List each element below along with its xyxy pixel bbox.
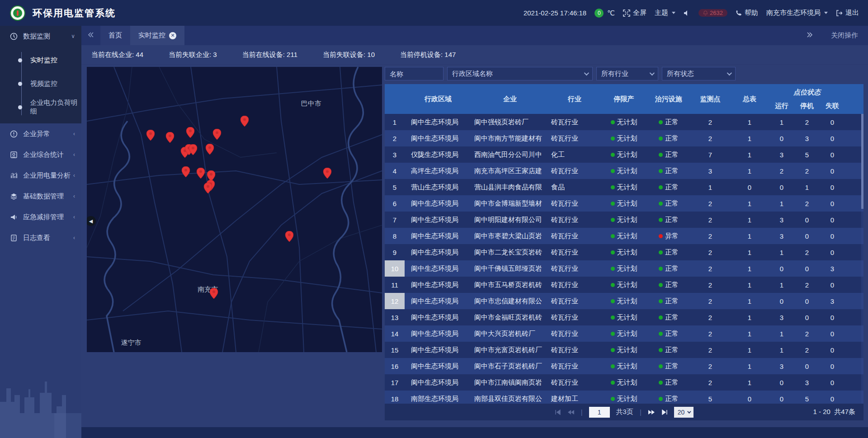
- stat-当前失联设备: 当前失联设备: 10: [323, 51, 375, 59]
- map-marker-pin[interactable]: [285, 231, 293, 244]
- close-operations-menu[interactable]: 关闭操作: [831, 31, 858, 40]
- table-row[interactable]: 18南部生态环境局南部县双佳页岩有限公建材加工无计划正常50050: [385, 391, 863, 404]
- sidebar-item-label: 企业综合统计: [23, 151, 73, 159]
- table-row[interactable]: 7阆中生态环境局阆中明阳建材有限公司砖瓦行业无计划正常21300: [385, 212, 863, 228]
- industry-filter-select[interactable]: 所有行业: [596, 67, 658, 80]
- treatment-cell: 正常: [647, 374, 690, 391]
- limit-label: 无计划: [617, 167, 637, 175]
- map-marker-pin[interactable]: [212, 129, 221, 141]
- company-cell: 南部县双佳页岩有限公: [472, 391, 548, 404]
- sidebar-item-label: 企业异常: [23, 130, 73, 138]
- meter-count-cell: 1: [730, 293, 769, 309]
- logout-button[interactable]: 退出: [836, 9, 859, 17]
- sound-button[interactable]: [684, 10, 690, 16]
- first-page-button[interactable]: [555, 410, 561, 415]
- map-city-label: 遂宁市: [121, 339, 141, 347]
- region-cell: 阆中生态环境局: [405, 374, 472, 391]
- filter-bar: 行政区域名称 所有行业 所有状态: [385, 67, 863, 80]
- map-marker-pin[interactable]: [203, 183, 212, 195]
- name-filter-input-box[interactable]: [385, 67, 443, 80]
- tabs-scroll-right-icon[interactable]: [800, 32, 819, 39]
- table-row[interactable]: 6阆中生态环境局阆中市金博瑞新型墙材砖瓦行业无计划正常21120: [385, 195, 863, 212]
- theme-menu[interactable]: 主题: [655, 9, 675, 17]
- sidebar-item-基础数据管理[interactable]: 基础数据管理‹: [0, 186, 81, 207]
- map-marker-pin[interactable]: [186, 127, 195, 140]
- map-marker-pin[interactable]: [166, 132, 175, 145]
- stop-count-cell: 0: [794, 358, 820, 374]
- table-row[interactable]: 5营山生态环境局营山县润丰肉食品有限食品无计划正常10010: [385, 179, 863, 195]
- map-panel[interactable]: 巴中市南充市遂宁市 ◀: [87, 67, 382, 352]
- sidebar-item-企业用电量分析[interactable]: 企业用电量分析‹: [0, 165, 81, 186]
- tab-实时监控[interactable]: 实时监控✕: [130, 26, 184, 45]
- table-row[interactable]: 2阆中生态环境局阆中市南方节能建材有砖瓦行业无计划正常21030: [385, 130, 863, 146]
- row-index-cell: 17: [385, 374, 405, 391]
- table-row[interactable]: 17阆中生态环境局阆中市江南镇阆南页岩砖瓦行业无计划正常21030: [385, 374, 863, 391]
- map-marker-pin[interactable]: [146, 130, 155, 142]
- page-number-input[interactable]: [589, 407, 610, 418]
- table-row[interactable]: 14阆中生态环境局阆中大兴页岩机砖厂砖瓦行业无计划正常21120: [385, 325, 863, 342]
- map-marker-pin[interactable]: [206, 144, 214, 156]
- region-filter-select[interactable]: 行政区域名称: [447, 67, 593, 80]
- table-row[interactable]: 12阆中生态环境局阆中市忠信建材有限公砖瓦行业无计划正常21003: [385, 293, 863, 309]
- tab-首页[interactable]: 首页: [100, 26, 130, 45]
- total-pages-label: 共3页: [616, 408, 633, 416]
- map-marker-pin[interactable]: [197, 168, 205, 180]
- table-row[interactable]: 3仪陇生态环境局西南油气田分公司川中化工无计划正常71350: [385, 146, 863, 163]
- table-row[interactable]: 16阆中生态环境局阆中市石子页岩机砖厂砖瓦行业无计划正常21300: [385, 358, 863, 374]
- run-count-cell: 0: [769, 293, 794, 309]
- last-page-button[interactable]: [661, 410, 668, 415]
- status-dot-green: [659, 185, 663, 189]
- sidebar-item-数据监测[interactable]: 数据监测∨: [0, 26, 81, 47]
- table-row[interactable]: 8阆中生态环境局阆中市枣碧大梁山页岩砖瓦行业无计划异常21300: [385, 228, 863, 244]
- lost-count-cell: 0: [820, 212, 845, 228]
- map-marker-pin[interactable]: [181, 166, 190, 179]
- sidebar-subitem-企业电力负荷明细[interactable]: 企业电力负荷明细: [0, 95, 81, 119]
- table-row[interactable]: 15阆中生态环境局阆中市光富页岩机砖厂砖瓦行业无计划正常21120: [385, 342, 863, 358]
- name-filter-input[interactable]: [390, 70, 439, 78]
- treatment-label: 正常: [665, 378, 679, 387]
- treatment-label: 正常: [665, 395, 679, 403]
- table-scrollbar[interactable]: [861, 114, 863, 404]
- table-row[interactable]: 10阆中生态环境局阆中千佛镇五郎垭页岩砖瓦行业无计划正常21003: [385, 260, 863, 277]
- help-button[interactable]: 帮助: [736, 9, 758, 17]
- map-marker-pin[interactable]: [209, 288, 218, 301]
- industry-cell: 建材加工: [548, 391, 601, 404]
- meter-count-cell: 1: [730, 228, 769, 244]
- row-index-cell: 1: [385, 114, 405, 130]
- map-marker-pin[interactable]: [240, 116, 249, 128]
- org-menu[interactable]: 南充市生态环境局: [766, 9, 828, 17]
- map-city-label: 巴中市: [301, 99, 321, 108]
- table-row[interactable]: 1阆中生态环境局阆中强锐页岩砖厂砖瓦行业无计划正常21120: [385, 114, 863, 130]
- sidebar-subitem-label: 实时监控: [30, 56, 57, 65]
- limit-label: 无计划: [617, 281, 637, 289]
- sidebar-subitem-实时监控[interactable]: 实时监控: [0, 48, 81, 72]
- table-row[interactable]: 13阆中生态环境局阆中市金福旺页岩机砖砖瓦行业无计划正常21300: [385, 309, 863, 325]
- table-row[interactable]: 4高坪生态环境局南充市高坪区王家店建砖瓦行业无计划正常31220: [385, 163, 863, 179]
- map-marker-pin[interactable]: [323, 168, 332, 180]
- row-index-cell: 18: [385, 391, 405, 404]
- notification-badge[interactable]: 2632: [698, 9, 727, 17]
- table-row[interactable]: 11阆中生态环境局阆中市五马桥页岩机砖砖瓦行业无计划正常21120: [385, 277, 863, 293]
- meter-count-cell: 1: [730, 130, 769, 146]
- monitor-count-cell: 2: [690, 374, 730, 391]
- company-cell: 南充市高坪区王家店建: [472, 163, 548, 179]
- meter-count-cell: 1: [730, 163, 769, 179]
- next-page-button[interactable]: [648, 410, 655, 415]
- sidebar-subitem-视频监控[interactable]: 视频监控: [0, 72, 81, 95]
- page-size-select[interactable]: 20: [674, 407, 694, 418]
- sidebar-item-企业异常[interactable]: 企业异常‹: [0, 123, 81, 144]
- fullscreen-button[interactable]: 全屏: [623, 9, 646, 17]
- table-panel: 行政区域名称 所有行业 所有状态 行政区域 企业 行业 停限产 治污设施 监测点: [385, 67, 863, 420]
- col-header-point-status: 点位状态: [769, 84, 845, 98]
- table-row[interactable]: 9阆中生态环境局阆中市二龙长宝页岩砖砖瓦行业无计划正常21120: [385, 244, 863, 260]
- tab-close-icon[interactable]: ✕: [169, 32, 176, 39]
- prev-page-button[interactable]: [567, 410, 575, 415]
- col-header-limit: 停限产: [601, 84, 647, 114]
- sidebar-item-日志查看[interactable]: 日志查看‹: [0, 227, 81, 248]
- sidebar-item-企业综合统计[interactable]: 企业综合统计‹: [0, 144, 81, 165]
- region-cell: 仪陇生态环境局: [405, 146, 472, 163]
- tabs-scroll-left-icon[interactable]: [81, 32, 100, 39]
- sidebar-item-应急减排管理[interactable]: 应急减排管理‹: [0, 207, 81, 227]
- status-filter-select[interactable]: 所有状态: [662, 67, 736, 80]
- map-marker-pin[interactable]: [189, 144, 198, 157]
